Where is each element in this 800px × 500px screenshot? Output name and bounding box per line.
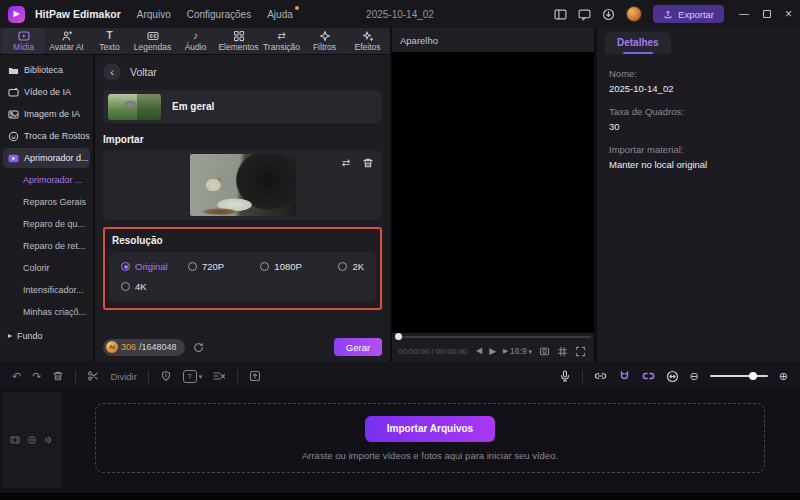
folder-icon xyxy=(8,65,19,76)
fullscreen-icon[interactable] xyxy=(575,346,586,357)
preset-thumbnail xyxy=(108,94,161,120)
sidebar-item-video-ia[interactable]: Vídeo de IA xyxy=(3,82,90,102)
notification-dot xyxy=(295,6,299,10)
radio-original[interactable]: Original xyxy=(121,261,188,272)
play-small-icon: ▶ xyxy=(503,348,508,355)
sidebar-item-troca-rostos[interactable]: Troca de Rostos xyxy=(3,126,90,146)
minimize-icon[interactable]: — xyxy=(739,9,749,19)
menu-ajuda[interactable]: Ajuda xyxy=(267,9,293,20)
menu-configuracoes[interactable]: Configurações xyxy=(187,9,251,20)
fit-timeline-icon[interactable] xyxy=(666,370,679,383)
tab-legendas[interactable]: Legendas xyxy=(131,28,174,54)
tab-detalhes[interactable]: Detalhes xyxy=(605,32,671,54)
layout-icon[interactable] xyxy=(554,8,567,21)
play-icon[interactable]: ▶ xyxy=(489,347,496,356)
sidebar-item-biblioteca[interactable]: Biblioteca xyxy=(3,60,90,80)
generate-button[interactable]: Gerar xyxy=(334,338,382,356)
record-icon[interactable] xyxy=(27,435,37,445)
preview-screen xyxy=(392,52,594,333)
sidebar-item-fundo[interactable]: ▸ Fundo xyxy=(3,326,90,346)
link-icon[interactable] xyxy=(594,370,607,382)
slider-track xyxy=(395,336,591,338)
delete-media-icon[interactable] xyxy=(360,155,376,171)
radio-dot xyxy=(338,262,347,271)
download-icon[interactable] xyxy=(602,8,615,21)
chevron-left-icon: ‹ xyxy=(110,67,114,78)
snapshot-icon[interactable] xyxy=(539,346,550,357)
video-track-icon[interactable] xyxy=(10,435,20,445)
undo-icon[interactable]: ↶ xyxy=(12,371,21,382)
tab-transicao[interactable]: ⇄ Transição xyxy=(260,28,303,54)
radio-720p[interactable]: 720P xyxy=(188,261,260,272)
sidebar-item-aprimorador[interactable]: Aprimorador d... xyxy=(3,148,90,168)
sidebar-subitem-reparo-ret[interactable]: Reparo de ret... xyxy=(3,236,90,256)
media-icon xyxy=(18,30,30,41)
refresh-credits-icon[interactable] xyxy=(193,342,204,353)
split-icon[interactable] xyxy=(87,370,99,382)
import-files-button[interactable]: Importar Arquivos xyxy=(365,416,495,442)
magnet-snap-icon[interactable] xyxy=(618,370,631,382)
menu-arquivo[interactable]: Arquivo xyxy=(137,9,171,20)
timeline-zoom-slider[interactable] xyxy=(710,375,768,377)
tab-efeitos[interactable]: Efeitos xyxy=(346,28,389,54)
grid-icon[interactable] xyxy=(557,346,568,357)
tab-active-underline xyxy=(623,52,653,54)
toolbar-divider xyxy=(237,370,238,383)
zoom-in-icon[interactable]: ⊕ xyxy=(779,371,788,382)
tab-midia[interactable]: Mídia xyxy=(2,28,45,54)
clear-tracks-icon[interactable] xyxy=(213,370,226,382)
import-section-label: Importar xyxy=(103,134,382,145)
imported-media-thumbnail[interactable] xyxy=(190,154,296,216)
preset-card[interactable]: Em geral xyxy=(103,90,382,123)
delete-clip-icon[interactable] xyxy=(52,370,64,382)
audio-track-icon[interactable] xyxy=(44,435,54,445)
keyframe-icon[interactable] xyxy=(160,370,172,382)
feedback-icon[interactable] xyxy=(578,8,591,21)
field-label-taxa: Taxa de Quadros: xyxy=(609,106,788,117)
maximize-icon[interactable] xyxy=(763,10,771,18)
previous-frame-icon[interactable]: ◀ xyxy=(476,347,482,355)
tab-filtros[interactable]: Filtros xyxy=(303,28,346,54)
field-value-taxa: 30 xyxy=(609,121,788,132)
split-label: Dividir xyxy=(110,371,136,382)
sidebar-subitem-intensificador[interactable]: Intensificador... xyxy=(3,280,90,300)
enhancer-panel: ‹ Voltar Em geral Importar ⇄ Resolução O… xyxy=(95,55,390,362)
titlebar: ▶ HitPaw Edimakor Arquivo Configurações … xyxy=(0,0,800,28)
tab-elementos[interactable]: Elementos xyxy=(217,28,260,54)
slider-handle xyxy=(395,333,402,340)
auto-link-icon[interactable] xyxy=(642,370,655,382)
export-button[interactable]: Exportar xyxy=(653,5,724,23)
upload-clip-icon[interactable] xyxy=(249,370,261,382)
tab-avatar-ai[interactable]: Avatar AI xyxy=(45,28,88,54)
radio-4k[interactable]: 4K xyxy=(121,281,147,292)
sidebar-subitem-reparo-qu[interactable]: Reparo de qu... xyxy=(3,214,90,234)
tab-texto[interactable]: T Texto xyxy=(88,28,131,54)
toolbar-divider xyxy=(582,370,583,383)
microphone-icon[interactable] xyxy=(559,370,571,382)
details-panel: Detalhes Nome: 2025-10-14_02 Taxa de Qua… xyxy=(597,28,800,362)
media-drop-zone[interactable]: Importar Arquivos Arraste ou importe víd… xyxy=(95,403,765,473)
field-label-importar-material: Importar material: xyxy=(609,144,788,155)
radio-2k[interactable]: 2K xyxy=(338,261,364,272)
tab-audio[interactable]: ♪ Áudio xyxy=(174,28,217,54)
sidebar-subitem-reparos-gerais[interactable]: Reparos Gerais xyxy=(3,192,90,212)
zoom-out-icon[interactable]: ⊖ xyxy=(690,371,699,382)
close-icon[interactable]: × xyxy=(785,8,792,20)
sidebar-subitem-colorir[interactable]: Colorir xyxy=(3,258,90,278)
sidebar-subitem-minhas-criacoes[interactable]: Minhas criaçõ... xyxy=(3,302,90,322)
filters-icon xyxy=(319,30,331,41)
redo-icon[interactable]: ↷ xyxy=(32,371,41,382)
radio-1080p[interactable]: 1080P xyxy=(260,261,338,272)
field-value-importar-material: Manter no local original xyxy=(609,159,788,170)
user-avatar[interactable] xyxy=(626,6,642,22)
sidebar-subitem-aprimorador[interactable]: Aprimorador ... xyxy=(3,170,90,190)
credits-total: /1648048 xyxy=(139,342,177,352)
ai-credit-icon: AI xyxy=(106,341,118,353)
text-tool-icon[interactable]: T▾ xyxy=(183,370,203,383)
sidebar-item-imagem-ia[interactable]: Imagem de IA xyxy=(3,104,90,124)
replace-media-icon[interactable]: ⇄ xyxy=(338,155,354,171)
back-button[interactable]: ‹ xyxy=(103,63,121,81)
preview-progress-slider[interactable] xyxy=(392,333,594,341)
video-enhancer-icon xyxy=(8,153,19,164)
aspect-ratio-selector[interactable]: ▶ 16:9 ▾ xyxy=(503,346,532,356)
